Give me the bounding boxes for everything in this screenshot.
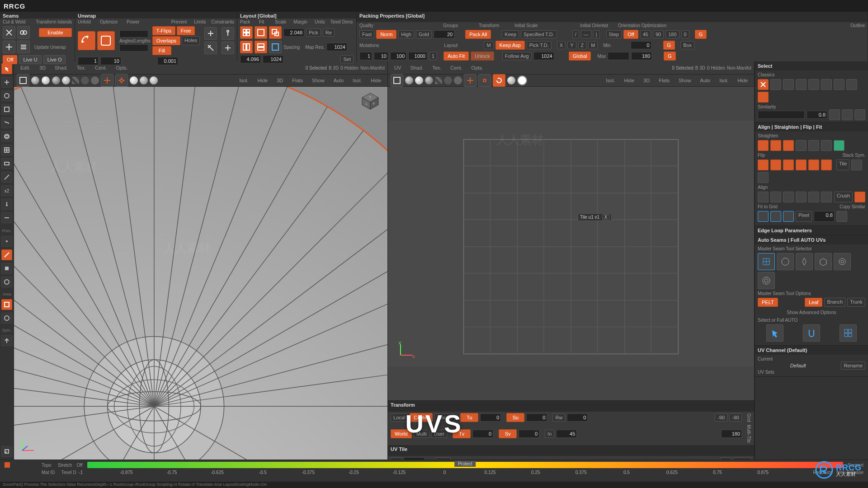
al-1-icon[interactable] bbox=[758, 192, 769, 202]
map-res-val[interactable]: 1024 bbox=[326, 43, 347, 51]
texeld-btn[interactable]: Texel D bbox=[61, 470, 76, 476]
uv-shade-3[interactable] bbox=[425, 76, 433, 84]
uv-shade-7[interactable] bbox=[517, 75, 527, 85]
nav-cube-icon[interactable]: TLF bbox=[360, 91, 380, 111]
st-1-icon[interactable] bbox=[770, 140, 781, 151]
pixel-btn[interactable]: Pixel bbox=[796, 211, 812, 222]
stretch-slider[interactable]: Protect bbox=[87, 462, 843, 468]
snap-icon[interactable] bbox=[101, 74, 113, 87]
pack-v1-icon[interactable] bbox=[240, 26, 253, 39]
move-tool-icon[interactable] bbox=[1, 77, 12, 88]
tex-val[interactable]: 1024 bbox=[263, 55, 283, 63]
world-btn[interactable]: World bbox=[391, 429, 412, 438]
sel-grid7-icon[interactable] bbox=[846, 79, 857, 90]
live-o-toggle[interactable]: Live O bbox=[43, 55, 66, 64]
pick-td-button[interactable]: Pick T.D. bbox=[527, 41, 552, 49]
as-pelt-icon[interactable] bbox=[758, 253, 775, 270]
sfa-uv-icon[interactable] bbox=[803, 324, 820, 342]
show-btn[interactable]: Show bbox=[308, 77, 328, 84]
uv-refresh-icon[interactable] bbox=[493, 74, 505, 87]
shade-1[interactable] bbox=[31, 76, 39, 84]
scale-tool-icon[interactable] bbox=[1, 104, 12, 115]
al-4-icon[interactable] bbox=[796, 192, 807, 202]
pack-v2-icon[interactable] bbox=[255, 26, 267, 39]
limits-icon-2[interactable] bbox=[204, 42, 217, 54]
st-x-icon[interactable] bbox=[758, 140, 769, 151]
uv-checker[interactable] bbox=[435, 77, 442, 84]
axis-z[interactable]: Z bbox=[578, 41, 587, 49]
unfold-val-1[interactable]: 1 bbox=[78, 57, 99, 65]
st-6-icon[interactable] bbox=[834, 140, 844, 151]
constraints-icon-1[interactable] bbox=[222, 27, 234, 40]
tab-uv-opts[interactable]: Opts. bbox=[468, 64, 487, 71]
neg90-btn[interactable]: -90 bbox=[715, 413, 727, 422]
hide2-btn[interactable]: Hide bbox=[367, 77, 385, 84]
shade-7[interactable] bbox=[150, 76, 158, 84]
fit-v2-icon[interactable] bbox=[255, 41, 267, 53]
uv-shade-1[interactable] bbox=[405, 76, 413, 84]
shade-2[interactable] bbox=[41, 76, 50, 85]
outline-g2[interactable]: G bbox=[663, 41, 675, 50]
viewport-box-icon[interactable] bbox=[17, 74, 29, 87]
as-sharp-icon[interactable] bbox=[796, 253, 813, 270]
tab-uv[interactable]: UV bbox=[391, 64, 405, 71]
min-val[interactable]: 0 bbox=[631, 41, 651, 49]
multi-btn[interactable]: Multi bbox=[414, 430, 429, 438]
checker-1[interactable] bbox=[72, 77, 79, 84]
x2-tool-icon[interactable]: x2 bbox=[1, 185, 12, 196]
unfold-button[interactable] bbox=[78, 31, 95, 50]
as-sphere-icon[interactable] bbox=[834, 253, 851, 270]
topo-btn[interactable]: Topo bbox=[42, 463, 52, 468]
limits-icon-1[interactable] bbox=[204, 27, 217, 40]
holes-button[interactable]: Holes bbox=[182, 36, 200, 45]
user-btn[interactable]: User bbox=[431, 430, 447, 438]
optimize-button[interactable] bbox=[97, 31, 115, 50]
uv-box-icon[interactable] bbox=[391, 74, 403, 87]
pixel-val[interactable]: 0.8 bbox=[814, 211, 835, 222]
uv-3d-btn[interactable]: 3D bbox=[640, 77, 653, 84]
uv-isol2-btn[interactable]: Isol. bbox=[716, 77, 732, 84]
sel-grid6-icon[interactable] bbox=[834, 79, 844, 90]
flip-4-icon[interactable] bbox=[796, 160, 807, 170]
high-button[interactable]: High bbox=[398, 30, 414, 38]
isol2-btn[interactable]: Isol. bbox=[349, 77, 365, 84]
uv-shade-2[interactable] bbox=[415, 76, 423, 84]
specified-td-button[interactable]: Specified T.D. bbox=[521, 30, 557, 38]
global-button[interactable]: Global bbox=[569, 52, 591, 61]
sym-toggle-icon[interactable] bbox=[1, 335, 12, 346]
uv-shade-5[interactable] bbox=[454, 76, 462, 84]
leaf-btn[interactable]: Leaf bbox=[805, 298, 822, 307]
axis-y[interactable]: Y bbox=[567, 41, 576, 49]
as-ring-icon[interactable] bbox=[758, 272, 775, 289]
uv-hide2-btn[interactable]: Hide bbox=[734, 77, 751, 84]
mut-v1[interactable]: 1 bbox=[359, 52, 372, 60]
cut-variant-icon[interactable] bbox=[3, 41, 15, 53]
weld-icon[interactable] bbox=[17, 26, 30, 39]
stack-2-icon[interactable] bbox=[758, 172, 769, 183]
rect-tool-icon[interactable] bbox=[1, 158, 12, 169]
shade-6b[interactable] bbox=[140, 76, 148, 84]
outline-g3[interactable]: G bbox=[664, 52, 676, 61]
sel-island-icon[interactable] bbox=[758, 92, 769, 103]
snap2-icon[interactable] bbox=[115, 74, 128, 87]
face-mode-icon[interactable] bbox=[1, 263, 12, 274]
max-val[interactable]: 180 bbox=[631, 52, 652, 60]
power-slider-1[interactable] bbox=[119, 30, 148, 38]
uv-shade-6[interactable] bbox=[507, 76, 515, 84]
sfa-grid-icon[interactable] bbox=[840, 324, 857, 342]
uv-show-btn[interactable]: Show bbox=[675, 77, 695, 84]
area-circle-icon[interactable] bbox=[1, 313, 12, 324]
pack-all-button[interactable]: Pack All bbox=[465, 30, 491, 39]
sv-val[interactable]: 0 bbox=[519, 430, 539, 438]
flip-5-icon[interactable] bbox=[808, 160, 819, 170]
lasso-tool-icon[interactable] bbox=[1, 117, 12, 128]
unfold-val-3[interactable]: 0.001 bbox=[157, 57, 178, 65]
unfold-val-2[interactable]: 10 bbox=[100, 57, 121, 65]
vertex-mode-icon[interactable] bbox=[1, 236, 12, 247]
local-btn[interactable]: Local bbox=[391, 413, 408, 422]
shade-4[interactable] bbox=[62, 76, 70, 84]
tab-shad[interactable]: Shad. bbox=[51, 64, 71, 71]
gold-button[interactable]: Gold bbox=[416, 30, 432, 38]
line-tool-icon[interactable] bbox=[1, 212, 12, 223]
power-slider-2[interactable] bbox=[119, 44, 148, 52]
